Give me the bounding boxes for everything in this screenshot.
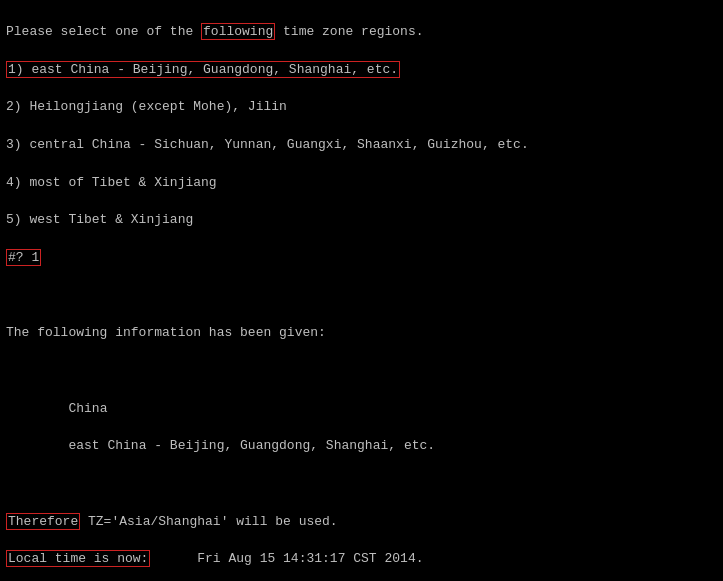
line-9: The following information has been given…: [6, 325, 326, 340]
line-12: east China - Beijing, Guangdong, Shangha…: [6, 438, 435, 453]
line-4: 3) central China - Sichuan, Yunnan, Guan…: [6, 137, 529, 152]
line-3: 2) Heilongjiang (except Mohe), Jilin: [6, 99, 287, 114]
highlight-therefore: Therefore: [6, 513, 80, 530]
highlight-east-china: 1) east China - Beijing, Guangdong, Shan…: [6, 61, 400, 78]
line-5: 4) most of Tibet & Xinjiang: [6, 175, 217, 190]
line-2: 1) east China - Beijing, Guangdong, Shan…: [6, 61, 400, 78]
terminal: Please select one of the following time …: [6, 4, 717, 581]
line-11: China: [6, 401, 107, 416]
highlight-localtime: Local time is now:: [6, 550, 150, 567]
line-14: Therefore TZ='Asia/Shanghai' will be use…: [6, 513, 338, 530]
line-1: Please select one of the following time …: [6, 23, 424, 40]
highlight-following: following: [201, 23, 275, 40]
line-6: 5) west Tibet & Xinjiang: [6, 212, 193, 227]
line-15: Local time is now: Fri Aug 15 14:31:17 C…: [6, 550, 423, 567]
highlight-prompt1: #? 1: [6, 249, 41, 266]
line-7: #? 1: [6, 249, 41, 266]
